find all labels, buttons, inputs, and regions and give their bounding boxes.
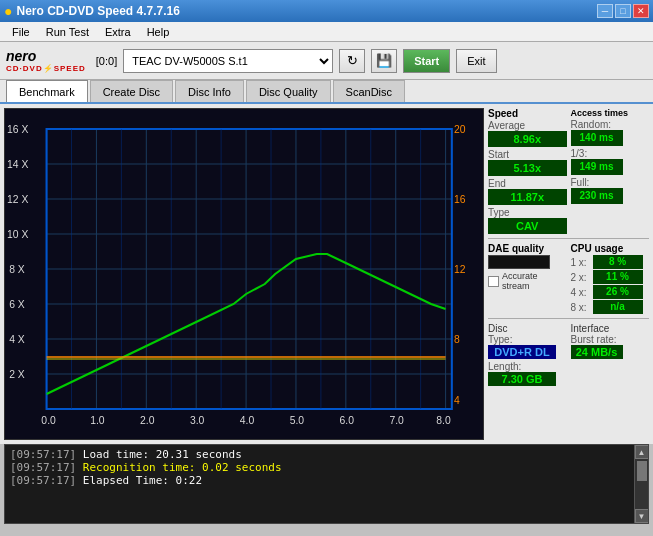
svg-text:16 X: 16 X [7, 124, 29, 135]
one-third-value: 149 ms [571, 159, 623, 175]
type-label: Type [488, 207, 567, 218]
menu-bar: File Run Test Extra Help [0, 22, 653, 42]
log-line-1: [09:57:17] Load time: 20.31 seconds [10, 448, 629, 461]
menu-file[interactable]: File [4, 24, 38, 40]
tab-create-disc[interactable]: Create Disc [90, 80, 173, 102]
one-third-label: 1/3: [571, 148, 650, 159]
menu-help[interactable]: Help [139, 24, 178, 40]
log-text-3: Elapsed Time: 0:22 [83, 474, 202, 487]
scroll-up-button[interactable]: ▲ [635, 445, 649, 459]
disc-type-label: Type: [488, 334, 567, 345]
accurate-stream-row: Accuratestream [488, 271, 567, 291]
exit-button[interactable]: Exit [456, 49, 496, 73]
app-title: Nero CD-DVD Speed 4.7.7.16 [16, 4, 179, 18]
cpu-1x-label: 1 x: [571, 257, 591, 268]
chart-svg: 16 X 14 X 12 X 10 X 8 X 6 X 4 X 2 X 20 1… [5, 109, 483, 439]
chart-container: 16 X 14 X 12 X 10 X 8 X 6 X 4 X 2 X 20 1… [4, 108, 484, 440]
disc-section-label: Disc [488, 323, 567, 334]
start-label: Start [488, 149, 567, 160]
log-timestamp-1: [09:57:17] [10, 448, 76, 461]
log-timestamp-2: [09:57:17] [10, 461, 76, 474]
svg-text:4 X: 4 X [9, 334, 25, 345]
log-text-2: Recognition time: 0.02 seconds [83, 461, 282, 474]
tab-benchmark[interactable]: Benchmark [6, 80, 88, 102]
svg-text:16: 16 [454, 194, 466, 205]
interface-label: Interface [571, 323, 650, 334]
scroll-down-button[interactable]: ▼ [635, 509, 649, 523]
tab-disc-quality[interactable]: Disc Quality [246, 80, 331, 102]
nero-logo-text: nero [6, 48, 36, 64]
drive-label: [0:0] [96, 55, 117, 67]
burst-label: Burst rate: [571, 334, 650, 345]
menu-run-test[interactable]: Run Test [38, 24, 97, 40]
tab-scan-disc[interactable]: ScanDisc [333, 80, 405, 102]
svg-text:8: 8 [454, 334, 460, 345]
svg-text:7.0: 7.0 [389, 415, 404, 426]
avg-value: 8.96x [488, 131, 567, 147]
start-button[interactable]: Start [403, 49, 450, 73]
toolbar: nero CD·DVD⚡SPEED [0:0] TEAC DV-W5000S S… [0, 42, 653, 80]
dae-bar [488, 255, 550, 269]
nero-logo: nero CD·DVD⚡SPEED [6, 48, 86, 73]
log-line-2: [09:57:17] Recognition time: 0.02 second… [10, 461, 629, 474]
svg-text:2 X: 2 X [9, 369, 25, 380]
refresh-button[interactable]: ↻ [339, 49, 365, 73]
tab-disc-info[interactable]: Disc Info [175, 80, 244, 102]
cpu-2x-label: 2 x: [571, 272, 591, 283]
log-line-3: [09:57:17] Elapsed Time: 0:22 [10, 474, 629, 487]
random-label: Random: [571, 119, 650, 130]
access-times-label: Access times [571, 108, 650, 118]
svg-text:8.0: 8.0 [436, 415, 451, 426]
end-value: 11.87x [488, 189, 567, 205]
disc-type-value: DVD+R DL [488, 345, 556, 359]
svg-text:4.0: 4.0 [240, 415, 255, 426]
maximize-button[interactable]: □ [615, 4, 631, 18]
menu-extra[interactable]: Extra [97, 24, 139, 40]
drive-select[interactable]: TEAC DV-W5000S S.t1 [123, 49, 333, 73]
burst-value: 24 MB/s [571, 345, 623, 359]
avg-label: Average [488, 120, 567, 131]
minimize-button[interactable]: ─ [597, 4, 613, 18]
right-panel: Speed Average 8.96x Start 5.13x End 11.8… [488, 104, 653, 444]
svg-text:8 X: 8 X [9, 264, 25, 275]
main-area: 16 X 14 X 12 X 10 X 8 X 6 X 4 X 2 X 20 1… [0, 104, 653, 444]
cpu-4x-label: 4 x: [571, 287, 591, 298]
close-button[interactable]: ✕ [633, 4, 649, 18]
app-icon: ● [4, 3, 12, 19]
log-scrollbar: ▲ ▼ [634, 445, 648, 523]
log-area: [09:57:17] Load time: 20.31 seconds [09:… [4, 444, 649, 524]
cpu-4x-value: 26 % [593, 285, 643, 299]
cpu-section-label: CPU usage [571, 243, 650, 254]
svg-text:6.0: 6.0 [340, 415, 355, 426]
svg-text:3.0: 3.0 [190, 415, 205, 426]
full-label: Full: [571, 177, 650, 188]
cpu-2x-value: 11 % [593, 270, 643, 284]
end-label: End [488, 178, 567, 189]
log-text-1: Load time: 20.31 seconds [83, 448, 242, 461]
cpu-8x-label: 8 x: [571, 302, 591, 313]
save-button[interactable]: 💾 [371, 49, 397, 73]
type-value: CAV [488, 218, 567, 234]
accurate-stream-checkbox[interactable] [488, 276, 499, 287]
svg-text:5.0: 5.0 [290, 415, 305, 426]
start-value: 5.13x [488, 160, 567, 176]
dae-label: DAE quality [488, 243, 567, 254]
log-content: [09:57:17] Load time: 20.31 seconds [09:… [5, 445, 634, 523]
svg-text:1.0: 1.0 [90, 415, 105, 426]
svg-rect-0 [5, 109, 483, 439]
speed-section-label: Speed [488, 108, 567, 119]
cpu-1x-value: 8 % [593, 255, 643, 269]
svg-text:20: 20 [454, 124, 466, 135]
length-value: 7.30 GB [488, 372, 556, 386]
title-bar: ● Nero CD-DVD Speed 4.7.7.16 ─ □ ✕ [0, 0, 653, 22]
svg-text:6 X: 6 X [9, 299, 25, 310]
svg-text:10 X: 10 X [7, 229, 29, 240]
svg-text:4: 4 [454, 395, 460, 406]
full-value: 230 ms [571, 188, 623, 204]
svg-text:12 X: 12 X [7, 194, 29, 205]
cpu-8x-value: n/a [593, 300, 643, 314]
log-timestamp-3: [09:57:17] [10, 474, 76, 487]
svg-text:12: 12 [454, 264, 466, 275]
svg-text:2.0: 2.0 [140, 415, 155, 426]
scroll-thumb[interactable] [637, 461, 647, 481]
